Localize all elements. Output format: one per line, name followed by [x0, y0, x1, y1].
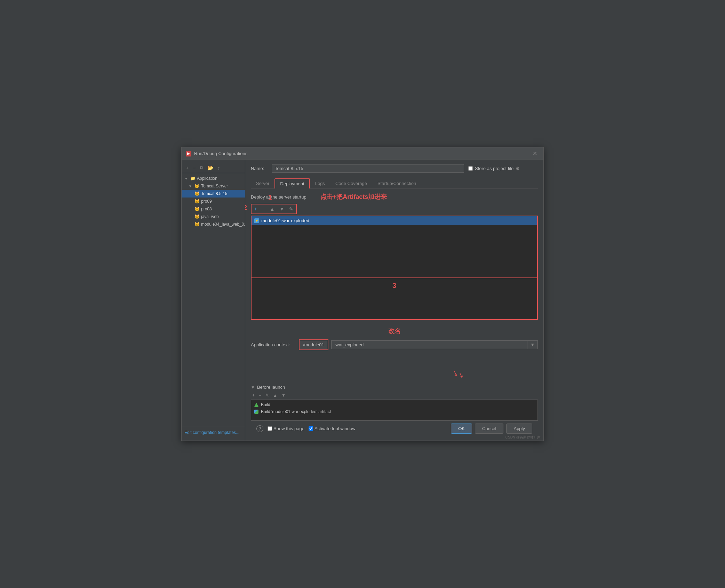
- deploy-list: ⚡ module01:war exploded 3: [251, 216, 538, 278]
- module04-label: module04_java_web_01: [201, 222, 245, 227]
- before-launch-up-button[interactable]: ▲: [272, 393, 279, 398]
- name-input[interactable]: [272, 164, 464, 173]
- tomcat-server-icon: 🐱: [194, 183, 200, 189]
- remove-config-button[interactable]: −: [191, 164, 197, 171]
- build-icon: [254, 402, 259, 407]
- chevron-down-icon: ▼: [184, 177, 189, 180]
- build-artifact-icon: [254, 409, 259, 414]
- activate-tool-wrapper: Activate tool window: [309, 426, 356, 431]
- close-button[interactable]: ✕: [531, 150, 539, 158]
- title-bar-left: ▶ Run/Debug Configurations: [186, 151, 247, 156]
- move-up-artifact-button[interactable]: ▲: [268, 206, 276, 212]
- gear-icon[interactable]: ⚙: [516, 166, 520, 171]
- before-launch-edit-button[interactable]: ✎: [264, 393, 270, 398]
- activate-tool-checkbox[interactable]: [309, 426, 313, 431]
- folder-icon: 📁: [190, 176, 196, 181]
- sidebar-toolbar: + − ⧉ 📂 ↕: [182, 163, 245, 173]
- config-panel: Name: Store as project file ⚙ Server Dep…: [245, 160, 543, 441]
- tab-logs[interactable]: Logs: [310, 178, 330, 188]
- name-field-label: Name:: [251, 166, 268, 171]
- java-web-icon: 🐱: [194, 214, 200, 219]
- activate-tool-label: Activate tool window: [314, 426, 356, 431]
- app-icon: ▶: [186, 151, 191, 156]
- sidebar-item-application[interactable]: ▼ 📁 Application: [182, 175, 245, 182]
- tab-deployment[interactable]: Deployment: [274, 178, 310, 188]
- rename-annotation: 改名: [251, 327, 538, 335]
- before-launch-down-button[interactable]: ▼: [280, 393, 287, 398]
- deploy-list-item[interactable]: ⚡ module01:war exploded: [252, 216, 537, 225]
- run-debug-dialog: ▶ Run/Debug Configurations ✕ + − ⧉ 📂 ↕ ▼…: [181, 147, 544, 441]
- move-down-artifact-button[interactable]: ▼: [278, 206, 286, 212]
- blue-green-icon: [254, 410, 258, 414]
- application-label: Application: [197, 176, 217, 181]
- deploy-header: Deploy at the server startup 点击+把Artifac…: [251, 193, 538, 201]
- bottom-bar: ? Show this page Activate tool window OK…: [251, 420, 538, 436]
- annotation-1: 1: [268, 193, 272, 201]
- before-launch-add-button[interactable]: +: [251, 393, 256, 398]
- module04-icon: 🐱: [194, 221, 200, 227]
- build-artifact-label: Build 'module01:war exploded' artifact: [261, 409, 331, 414]
- tab-startup[interactable]: Startup/Connection: [372, 178, 421, 188]
- tomcat-server-label: Tomcat Server: [201, 184, 228, 188]
- deploy-item-label: module01:war exploded: [261, 218, 309, 223]
- pro08-icon: 🐱: [194, 206, 200, 212]
- apply-button[interactable]: Apply: [506, 424, 532, 434]
- before-launch-title: Before launch: [257, 385, 285, 390]
- ok-button[interactable]: OK: [451, 424, 472, 434]
- main-content: + − ⧉ 📂 ↕ ▼ 📁 Application ▼ 🐱 Tomcat Ser…: [182, 160, 543, 441]
- deploy-section: Deploy at the server startup 点击+把Artifac…: [251, 193, 538, 380]
- store-project-checkbox[interactable]: [468, 166, 473, 171]
- deploy-toolbar: 1 + − ▲ ▼ ✎ 2: [251, 204, 297, 214]
- before-launch-remove-button[interactable]: −: [257, 393, 263, 398]
- pro08-label: pro08: [201, 207, 212, 211]
- bottom-left: ? Show this page Activate tool window: [256, 425, 356, 432]
- title-bar: ▶ Run/Debug Configurations ✕: [182, 147, 543, 160]
- tab-code-coverage[interactable]: Code Coverage: [330, 178, 372, 188]
- sidebar-footer: Edit configuration templates...: [182, 427, 245, 438]
- toolbar-wrapper: 1 + − ▲ ▼ ✎ 2: [251, 204, 538, 214]
- annotation-2: 2: [245, 204, 247, 212]
- watermark: CSDN @英斯罗林叶声: [505, 435, 541, 440]
- add-artifact-button[interactable]: +: [253, 206, 259, 212]
- dialog-buttons: OK Cancel Apply: [451, 424, 532, 434]
- java-web-label: java_web: [201, 214, 219, 219]
- build-artifact-item: Build 'module01:war exploded' artifact: [253, 408, 536, 415]
- green-triangle-icon: [254, 403, 258, 407]
- store-project-row: Store as project file ⚙: [468, 166, 538, 171]
- edit-artifact-button[interactable]: ✎: [287, 206, 295, 212]
- name-row: Name: Store as project file ⚙: [251, 164, 538, 173]
- add-config-button[interactable]: +: [184, 164, 190, 171]
- folder-config-button[interactable]: 📂: [206, 164, 215, 171]
- show-page-checkbox[interactable]: [268, 426, 272, 431]
- edit-templates-link[interactable]: Edit configuration templates...: [184, 430, 239, 435]
- tab-server[interactable]: Server: [251, 178, 274, 188]
- sidebar-item-pro08[interactable]: 🐱 pro08: [182, 205, 245, 213]
- tomcat-config-icon: 🐱: [194, 191, 200, 196]
- dialog-title: Run/Debug Configurations: [194, 151, 247, 156]
- sidebar-item-pro09[interactable]: 🐱 pro09: [182, 198, 245, 205]
- cancel-button[interactable]: Cancel: [475, 424, 503, 434]
- sidebar: + − ⧉ 📂 ↕ ▼ 📁 Application ▼ 🐱 Tomcat Ser…: [182, 160, 245, 441]
- before-launch-toolbar: + − ✎ ▲ ▼: [251, 393, 538, 398]
- build-item: Build: [253, 401, 536, 408]
- chevron-down-icon: ▼: [189, 184, 193, 188]
- store-project-label: Store as project file: [475, 166, 513, 171]
- before-launch-list: Build Build 'module01:war exploded' arti…: [251, 400, 538, 420]
- war-exploded-icon: ⚡: [254, 218, 259, 223]
- sidebar-item-tomcat-server[interactable]: ▼ 🐱 Tomcat Server: [182, 182, 245, 190]
- show-page-label: Show this page: [273, 426, 304, 431]
- copy-config-button[interactable]: ⧉: [198, 164, 205, 171]
- dropdown-arrow-icon[interactable]: ▼: [527, 341, 537, 349]
- remove-artifact-button[interactable]: −: [260, 206, 266, 212]
- show-page-wrapper: Show this page: [268, 426, 304, 431]
- build-label: Build: [261, 402, 270, 407]
- pro09-label: pro09: [201, 199, 212, 204]
- help-button[interactable]: ?: [256, 425, 263, 432]
- config-tree: ▼ 📁 Application ▼ 🐱 Tomcat Server 🐱 Tomc…: [182, 173, 245, 427]
- sidebar-item-java-web[interactable]: 🐱 java_web: [182, 213, 245, 220]
- app-context-label: Application context:: [251, 342, 296, 347]
- sidebar-item-module04[interactable]: 🐱 module04_java_web_01: [182, 220, 245, 228]
- sort-config-button[interactable]: ↕: [216, 164, 221, 171]
- sidebar-item-tomcat-config[interactable]: 🐱 Tomcat 8.5.15: [182, 190, 245, 198]
- before-launch-collapse-arrow[interactable]: ▼: [251, 385, 255, 390]
